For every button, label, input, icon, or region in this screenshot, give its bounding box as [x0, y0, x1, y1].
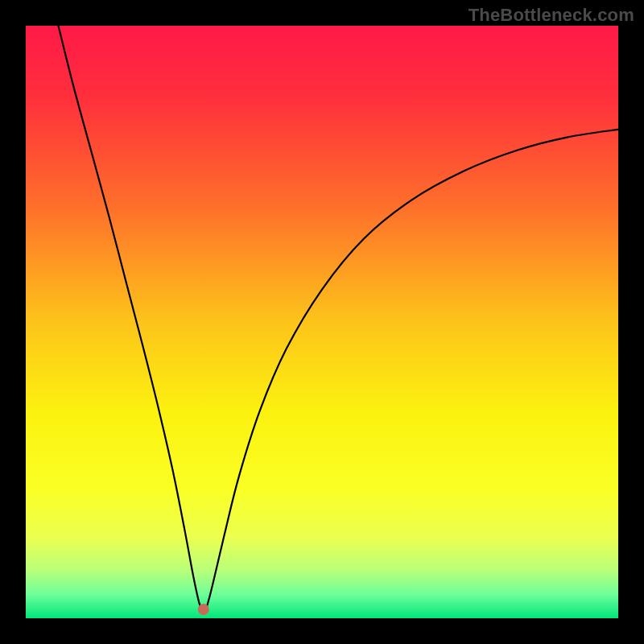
bottleneck-chart [26, 26, 618, 618]
watermark-text: TheBottleneck.com [469, 5, 634, 26]
chart-background-gradient [26, 26, 618, 618]
trough-marker [198, 604, 209, 615]
chart-frame [26, 26, 618, 618]
